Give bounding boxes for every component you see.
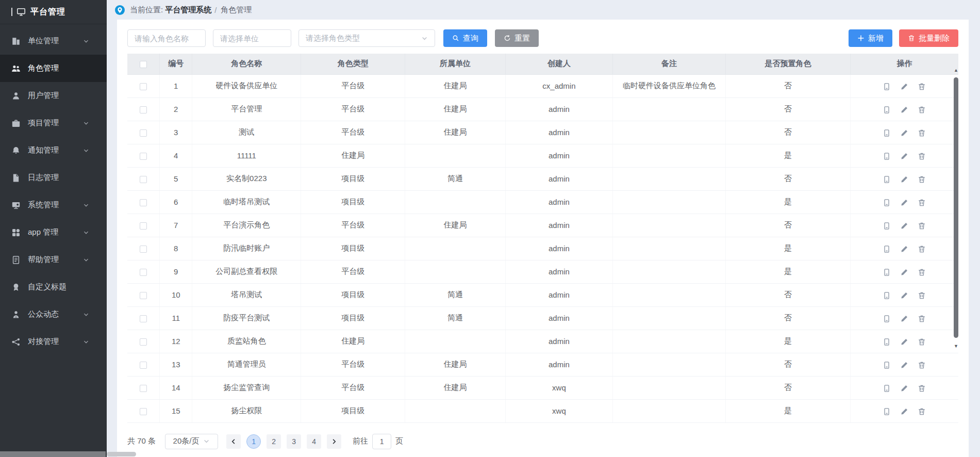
row-checkbox[interactable] [140,385,147,392]
breadcrumb-separator: / [214,6,217,14]
delete-icon[interactable] [918,361,926,369]
user-icon [11,91,21,101]
row-checkbox[interactable] [140,292,147,299]
detail-icon[interactable] [883,222,891,230]
sidebar-item-label: 项目管理 [28,118,83,128]
delete-icon[interactable] [918,83,926,91]
delete-icon[interactable] [918,129,926,137]
delete-icon[interactable] [918,291,926,300]
edit-icon[interactable] [900,245,908,253]
detail-icon[interactable] [883,291,891,300]
cell-id: 5 [160,167,192,190]
prev-page-button[interactable] [226,434,241,449]
detail-icon[interactable] [883,152,891,160]
sidebar-item-integration[interactable]: 对接管理 [0,328,107,355]
edit-icon[interactable] [900,106,908,114]
delete-icon[interactable] [918,199,926,207]
role-type-select[interactable]: 请选择角色类型 [298,29,435,47]
unit-select[interactable] [213,29,291,47]
edit-icon[interactable] [900,129,908,137]
edit-icon[interactable] [900,199,908,207]
edit-icon[interactable] [900,384,908,393]
edit-icon[interactable] [900,152,908,160]
delete-icon[interactable] [918,222,926,230]
row-checkbox[interactable] [140,222,147,230]
row-checkbox[interactable] [140,338,147,346]
edit-icon[interactable] [900,222,908,230]
sidebar-item-project[interactable]: 项目管理 [0,109,107,137]
sidebar-item-public[interactable]: 公众动态 [0,301,107,328]
delete-icon[interactable] [918,268,926,276]
row-checkbox[interactable] [140,129,147,137]
add-button[interactable]: 新增 [849,29,892,47]
sidebar-item-notice[interactable]: 通知管理 [0,137,107,164]
edit-icon[interactable] [900,361,908,369]
detail-icon[interactable] [883,129,891,137]
vertical-scrollbar[interactable]: ▲ ▼ [953,67,959,358]
scrollbar-thumb[interactable] [954,77,958,338]
sidebar-item-unit[interactable]: 单位管理 [0,27,107,55]
row-checkbox[interactable] [140,269,147,276]
edit-icon[interactable] [900,338,908,346]
delete-icon[interactable] [918,315,926,323]
horizontal-scrollbar[interactable] [0,451,155,457]
delete-icon[interactable] [918,407,926,416]
sidebar-item-role[interactable]: 角色管理 [0,55,107,82]
delete-icon[interactable] [918,175,926,184]
breadcrumb-root[interactable]: 平台管理系统 [165,5,211,15]
reset-button[interactable]: 重置 [495,29,539,47]
cell-actions [850,399,958,422]
delete-icon[interactable] [918,152,926,160]
goto-page-input[interactable] [372,434,391,449]
sidebar-item-help[interactable]: 帮助管理 [0,246,107,273]
detail-icon[interactable] [883,268,891,276]
query-button[interactable]: 查询 [443,29,487,47]
detail-icon[interactable] [883,338,891,346]
scroll-down-icon[interactable]: ▼ [954,343,958,349]
row-checkbox[interactable] [140,315,147,322]
detail-icon[interactable] [883,199,891,207]
detail-icon[interactable] [883,175,891,184]
page-button-4[interactable]: 4 [307,434,321,449]
horizontal-scrollbar-thumb[interactable] [0,451,106,457]
sidebar-item-user[interactable]: 用户管理 [0,82,107,109]
delete-icon[interactable] [918,338,926,346]
delete-icon[interactable] [918,384,926,393]
page-button-2[interactable]: 2 [267,434,281,449]
detail-icon[interactable] [883,245,891,253]
sidebar-item-custom-title[interactable]: 自定义标题 [0,273,107,301]
edit-icon[interactable] [900,175,908,184]
detail-icon[interactable] [883,106,891,114]
page-button-3[interactable]: 3 [287,434,301,449]
edit-icon[interactable] [900,407,908,416]
role-name-input[interactable] [127,29,206,47]
row-checkbox[interactable] [140,153,147,160]
next-page-button[interactable] [327,434,341,449]
edit-icon[interactable] [900,268,908,276]
sidebar-item-app[interactable]: app 管理 [0,219,107,246]
detail-icon[interactable] [883,384,891,393]
select-all-checkbox[interactable] [140,61,147,68]
scroll-up-icon[interactable]: ▲ [954,67,958,73]
row-checkbox[interactable] [140,83,147,90]
delete-icon[interactable] [918,106,926,114]
sidebar-item-log[interactable]: 日志管理 [0,164,107,191]
detail-icon[interactable] [883,83,891,91]
row-checkbox[interactable] [140,362,147,369]
delete-icon[interactable] [918,245,926,253]
page-size-select[interactable]: 20条/页 [165,434,218,449]
detail-icon[interactable] [883,315,891,323]
batch-delete-button[interactable]: 批量删除 [899,29,958,47]
page-button-1[interactable]: 1 [246,434,261,449]
row-checkbox[interactable] [140,199,147,206]
row-checkbox[interactable] [140,176,147,183]
edit-icon[interactable] [900,291,908,300]
row-checkbox[interactable] [140,246,147,253]
sidebar-item-system[interactable]: 系统管理 [0,191,107,219]
edit-icon[interactable] [900,83,908,91]
row-checkbox[interactable] [140,408,147,415]
detail-icon[interactable] [883,361,891,369]
detail-icon[interactable] [883,407,891,416]
row-checkbox[interactable] [140,106,147,113]
edit-icon[interactable] [900,315,908,323]
